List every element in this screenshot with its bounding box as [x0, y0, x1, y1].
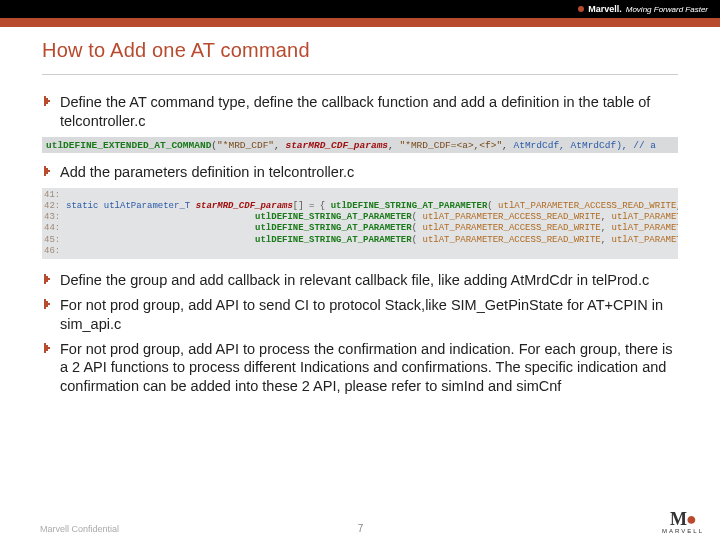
code-string: "*MRD_CDF=<a>,<f>": [399, 140, 502, 151]
bullet-marker-icon: [42, 95, 54, 107]
svg-rect-7: [46, 276, 48, 282]
bullet-marker-icon: [42, 165, 54, 177]
svg-rect-2: [48, 100, 50, 102]
bullet-marker-icon: [42, 273, 54, 285]
svg-rect-6: [44, 274, 46, 284]
bullet-text: For not prod group, add API to send CI t…: [60, 296, 678, 334]
bullet-item: Define the group and add callback in rel…: [42, 271, 678, 290]
svg-rect-9: [44, 299, 46, 309]
code-ident: starMRD_CDF_params: [285, 140, 388, 151]
code-ident: AtMrdCdf, AtMrdCdf: [514, 140, 617, 151]
bullet-text: For not prod group, add API to process t…: [60, 340, 678, 397]
title-underline: [42, 74, 678, 75]
code-macro: utlDEFINE_EXTENDED_AT_COMMAND: [46, 140, 211, 151]
svg-rect-10: [46, 301, 48, 307]
bullet-item: Add the parameters definition in telcont…: [42, 163, 678, 182]
svg-rect-12: [44, 343, 46, 353]
footer: Marvell Confidential 7 M● MARVELL: [0, 509, 720, 534]
content-area: Define the AT command type, define the c…: [0, 79, 720, 396]
code-snippet-1: utlDEFINE_EXTENDED_AT_COMMAND("*MRD_CDF"…: [42, 137, 678, 153]
bullet-text: Add the parameters definition in telcont…: [60, 163, 678, 182]
code-string: "*MRD_CDF": [217, 140, 274, 151]
bullet-marker-icon: [42, 342, 54, 354]
bullet-text: Define the group and add callback in rel…: [60, 271, 678, 290]
svg-rect-11: [48, 303, 50, 305]
svg-rect-1: [46, 98, 48, 104]
svg-rect-5: [48, 170, 50, 172]
bullet-text: Define the AT command type, define the c…: [60, 93, 678, 131]
header-accent-bar: [0, 18, 720, 27]
svg-rect-8: [48, 278, 50, 280]
page-title: How to Add one AT command: [42, 39, 678, 62]
svg-rect-4: [46, 168, 48, 174]
bullet-item: For not prod group, add API to process t…: [42, 340, 678, 397]
svg-rect-14: [48, 347, 50, 349]
bullet-marker-icon: [42, 298, 54, 310]
svg-rect-0: [44, 96, 46, 106]
header-brand: Marvell.: [588, 4, 622, 14]
code-snippet-2: 41: 42:static utlAtParameter_T starMRD_C…: [42, 188, 678, 260]
header-dot-icon: [578, 6, 584, 12]
svg-rect-13: [46, 345, 48, 351]
footer-confidential: Marvell Confidential: [40, 524, 119, 534]
bullet-item: Define the AT command type, define the c…: [42, 93, 678, 131]
svg-rect-3: [44, 166, 46, 176]
header-tagline: Moving Forward Faster: [626, 5, 708, 14]
bullet-item: For not prod group, add API to send CI t…: [42, 296, 678, 334]
header-bar: Marvell. Moving Forward Faster: [0, 0, 720, 18]
marvell-logo-icon: M● MARVELL: [662, 509, 704, 534]
page-number: 7: [358, 523, 364, 534]
